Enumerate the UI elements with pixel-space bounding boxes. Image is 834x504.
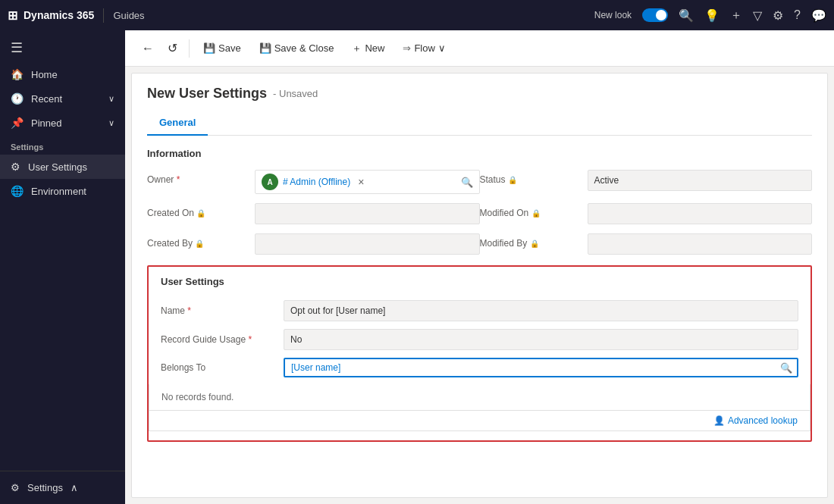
status-field-value[interactable]: Active <box>588 170 813 191</box>
form-container: New User Settings - Unsaved General Info… <box>131 73 828 498</box>
record-guide-usage-field-row: Record Guide Usage No <box>161 325 798 354</box>
avatar: A <box>262 174 278 190</box>
app-grid-icon[interactable]: ⊞ <box>8 8 17 23</box>
belongs-to-wrapper[interactable]: 🔍 <box>284 358 798 377</box>
sidebar-bottom-label: Settings <box>27 482 63 493</box>
brand-name: Dynamics 365 <box>24 9 94 21</box>
modified-on-field-row: Modified On 🔒 <box>480 199 813 229</box>
person-icon: 👤 <box>713 415 725 426</box>
form-tabs: General <box>147 111 812 136</box>
status-label: Status 🔒 <box>480 170 578 185</box>
owner-field-row: Owner A # Admin (Offline) × 🔍 <box>147 165 480 199</box>
created-by-label: Created By 🔒 <box>147 233 246 249</box>
bottom-settings-icon: ⚙ <box>11 482 20 493</box>
pinned-chevron-icon: ∨ <box>108 118 114 128</box>
lightbulb-icon[interactable]: 💡 <box>704 8 720 23</box>
sidebar-item-recent[interactable]: 🕐 Recent ∨ <box>0 86 125 111</box>
recent-chevron-icon: ∨ <box>108 94 114 104</box>
chat-icon[interactable]: 💬 <box>811 8 826 23</box>
top-navigation: ⊞ Dynamics 365 Guides New look 🔍 💡 ＋ ▽ ⚙… <box>0 0 834 30</box>
sidebar-recent-label: Recent <box>31 93 62 105</box>
form-title: New User Settings - Unsaved <box>147 86 812 102</box>
user-settings-icon: ⚙ <box>11 161 20 173</box>
toolbar-divider-1 <box>189 39 190 58</box>
dropdown-footer: 👤 Advanced lookup <box>149 411 810 431</box>
flow-chevron-icon: ∨ <box>438 42 446 54</box>
environment-icon: 🌐 <box>11 185 24 197</box>
home-icon: 🏠 <box>11 68 24 80</box>
belongs-to-field-row: Belongs To 🔍 <box>161 354 798 381</box>
status-field-row: Status 🔒 Active <box>480 165 813 199</box>
belongs-to-input[interactable] <box>285 359 776 376</box>
new-plus-icon: ＋ <box>352 42 362 55</box>
owner-search-icon[interactable]: 🔍 <box>461 177 473 188</box>
information-section-header: Information <box>147 136 812 165</box>
form-body: Information Owner A # Admin (Offline) × … <box>132 136 827 460</box>
new-button[interactable]: ＋ New <box>344 39 392 58</box>
belongs-to-label: Belongs To <box>161 362 274 373</box>
flow-button[interactable]: ⇒ Flow ∨ <box>395 39 453 57</box>
name-field-row: Name Opt out for [User name] <box>161 296 798 325</box>
form-subtitle: - Unsaved <box>273 88 318 99</box>
tab-general[interactable]: General <box>147 111 208 136</box>
owner-remove-icon[interactable]: × <box>358 176 364 188</box>
brand-logo: ⊞ Dynamics 365 <box>8 8 104 23</box>
sidebar-item-home[interactable]: 🏠 Home <box>0 62 125 86</box>
settings-icon[interactable]: ⚙ <box>773 8 783 23</box>
filter-icon[interactable]: ▽ <box>753 8 762 23</box>
recent-icon: 🕐 <box>11 92 24 105</box>
main-content: ← ↺ 💾 Save 💾 Save & Close ＋ New ⇒ Flow ∨ <box>125 30 834 504</box>
flow-icon: ⇒ <box>403 42 411 54</box>
save-close-button[interactable]: 💾 Save & Close <box>252 39 342 57</box>
add-icon[interactable]: ＋ <box>730 8 742 23</box>
owner-label: Owner <box>147 170 246 185</box>
save-disk-icon: 💾 <box>203 42 215 54</box>
modified-by-value <box>588 233 813 255</box>
form-header: New User Settings - Unsaved General <box>132 74 827 136</box>
sidebar-item-pinned[interactable]: 📌 Pinned ∨ <box>0 111 125 135</box>
name-field-value[interactable]: Opt out for [User name] <box>284 300 798 321</box>
sidebar-bottom-settings[interactable]: ⚙ Settings ∧ <box>0 476 125 499</box>
modified-by-label: Modified By 🔒 <box>480 233 578 249</box>
nav-right-actions: New look 🔍 💡 ＋ ▽ ⚙ ? 💬 <box>594 8 826 23</box>
back-button[interactable]: ← <box>137 38 158 59</box>
sidebar-user-settings-label: User Settings <box>28 161 87 173</box>
created-by-value <box>255 233 480 255</box>
sidebar-item-environment[interactable]: 🌐 Environment <box>0 179 125 203</box>
sidebar-home-label: Home <box>31 69 58 80</box>
settings-section-label: Settings <box>0 135 125 155</box>
new-look-toggle[interactable] <box>642 8 668 22</box>
name-label: Name <box>161 305 274 316</box>
sidebar-environment-label: Environment <box>31 186 86 197</box>
modified-on-value <box>588 203 813 224</box>
owner-field-value[interactable]: A # Admin (Offline) × 🔍 <box>255 170 480 194</box>
information-fields: Owner A # Admin (Offline) × 🔍 Status 🔒 <box>147 165 812 259</box>
belongs-to-search-icon[interactable]: 🔍 <box>776 362 797 374</box>
sidebar: ☰ 🏠 Home 🕐 Recent ∨ 📌 Pinned ∨ Settings … <box>0 30 125 504</box>
save-button[interactable]: 💾 Save <box>196 39 249 57</box>
created-by-field-row: Created By 🔒 <box>147 229 480 259</box>
toolbar: ← ↺ 💾 Save 💾 Save & Close ＋ New ⇒ Flow ∨ <box>125 30 834 67</box>
record-guide-usage-value[interactable]: No <box>284 329 798 350</box>
search-icon[interactable]: 🔍 <box>679 8 694 23</box>
no-records-message: No records found. <box>161 392 234 402</box>
created-on-value <box>255 203 480 224</box>
refresh-button[interactable]: ↺ <box>161 38 183 59</box>
created-on-field-row: Created On 🔒 <box>147 199 480 229</box>
record-guide-usage-label: Record Guide Usage <box>161 334 274 345</box>
bottom-chevron-icon: ∧ <box>71 482 78 493</box>
pin-icon: 📌 <box>11 117 24 129</box>
owner-name[interactable]: # Admin (Offline) <box>283 177 350 187</box>
sidebar-item-user-settings[interactable]: ⚙ User Settings <box>0 155 125 179</box>
dropdown-panel: No records found. <box>149 384 810 411</box>
advanced-lookup-link[interactable]: 👤 Advanced lookup <box>713 415 798 426</box>
help-icon[interactable]: ? <box>794 8 801 22</box>
sidebar-pinned-label: Pinned <box>31 117 61 129</box>
save-close-icon: 💾 <box>259 42 271 54</box>
app-name: Guides <box>113 10 144 21</box>
user-settings-section: User Settings Name Opt out for [User nam… <box>147 265 812 442</box>
created-on-label: Created On 🔒 <box>147 203 246 218</box>
hamburger-menu[interactable]: ☰ <box>0 33 125 62</box>
sidebar-bottom: ⚙ Settings ∧ <box>0 471 125 504</box>
modified-on-label: Modified On 🔒 <box>480 203 578 218</box>
